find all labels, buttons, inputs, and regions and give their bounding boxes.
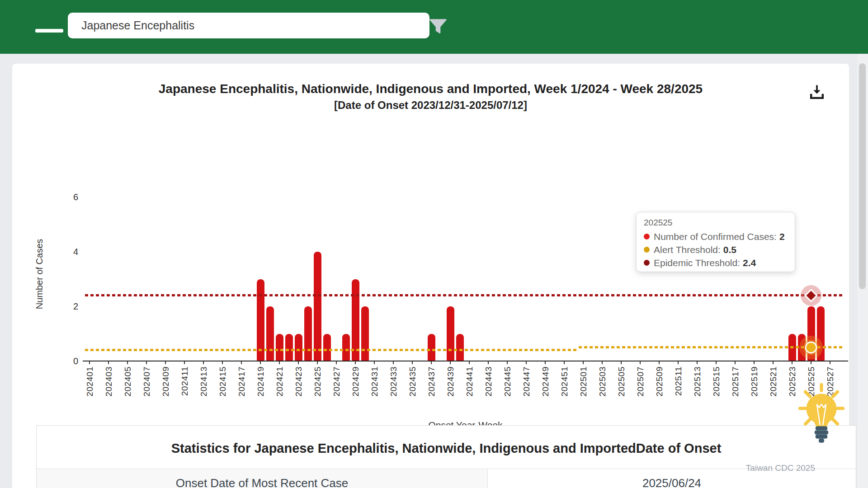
y-tick-label: 6 (60, 192, 78, 202)
x-tick (146, 361, 147, 364)
bar-202421[interactable] (276, 334, 283, 361)
x-tick (450, 361, 451, 364)
x-tick-label: 202447 (520, 366, 533, 396)
epidemic-threshold-line (85, 294, 844, 296)
x-tick (545, 361, 546, 364)
lightbulb-icon[interactable] (795, 383, 848, 447)
x-tick-label: 202421 (274, 366, 286, 396)
tooltip-week: 202525 (644, 218, 788, 228)
x-tick-label: 202507 (634, 366, 646, 396)
x-tick-label: 202423 (292, 366, 305, 396)
alert-threshold-dot-icon (644, 247, 650, 253)
download-icon[interactable] (807, 83, 827, 103)
scrollbar-track[interactable] (857, 54, 868, 488)
table-row: Onset Date of Most Recent Case 2025/06/2… (37, 469, 856, 488)
x-tick (716, 361, 717, 364)
x-tick-label: 202449 (539, 366, 552, 396)
x-tick-label: 202429 (349, 366, 362, 396)
x-tick (792, 361, 793, 364)
x-tick (203, 361, 204, 364)
search-input[interactable] (68, 13, 429, 38)
bar-202425[interactable] (314, 252, 321, 361)
x-tick-label: 202503 (596, 366, 609, 396)
x-tick (317, 361, 318, 364)
stat-label: Onset Date of Most Recent Case (37, 469, 488, 488)
x-tick (640, 361, 641, 364)
y-tick-label: 0 (60, 356, 78, 366)
bar-202430[interactable] (361, 306, 369, 361)
alert-highlight-marker[interactable] (805, 341, 817, 353)
x-tick-label: 202513 (691, 366, 703, 396)
x-tick (108, 361, 109, 364)
bar-202424[interactable] (304, 306, 312, 361)
tooltip-row: Alert Threshold: 0.5 (644, 243, 788, 256)
x-tick-label: 202505 (615, 366, 627, 396)
x-tick-label: 202435 (406, 366, 419, 396)
chart-subtitle: [Date of Onset 2023/12/31-2025/07/12] (12, 99, 849, 112)
epidemic-threshold-dot-icon (644, 260, 650, 266)
alert-threshold-line (85, 349, 578, 351)
x-tick (89, 361, 90, 364)
x-tick (754, 361, 755, 364)
x-tick (165, 361, 166, 364)
x-tick (260, 361, 261, 364)
statistics-section: Statistics for Japanese Encephalitis, Na… (36, 425, 856, 488)
x-tick-label: 202407 (141, 366, 153, 396)
x-tick (412, 361, 413, 364)
bar-202439[interactable] (447, 306, 454, 361)
x-tick-label: 202521 (767, 366, 779, 396)
x-tick-label: 202431 (368, 366, 381, 396)
x-tick (336, 361, 337, 364)
x-tick-label: 202517 (729, 366, 741, 396)
bar-202428[interactable] (342, 334, 350, 361)
bar-202440[interactable] (456, 334, 464, 361)
x-tick (374, 361, 375, 364)
x-tick (621, 361, 622, 364)
bar-202422[interactable] (285, 334, 293, 361)
x-tick-label: 202433 (387, 366, 400, 396)
x-tick (279, 361, 280, 364)
x-tick (431, 361, 432, 364)
y-axis-title: Number of Cases (34, 225, 45, 324)
x-tick (488, 361, 489, 364)
x-tick-label: 202419 (255, 366, 267, 396)
x-tick-label: 202445 (501, 366, 514, 396)
bar-202437[interactable] (428, 334, 435, 361)
app-header (0, 0, 868, 54)
x-tick (830, 361, 830, 364)
watermark: Taiwan CDC 2025 (746, 463, 815, 473)
x-tick (564, 361, 565, 364)
x-tick-label: 202417 (236, 366, 248, 396)
x-tick-label: 202415 (217, 366, 229, 396)
x-tick (678, 361, 679, 364)
x-tick-label: 202441 (463, 366, 476, 396)
x-tick (602, 361, 603, 364)
x-tick-label: 202403 (103, 366, 115, 396)
tooltip-value: 0.5 (723, 243, 736, 256)
x-tick-label: 202511 (672, 366, 684, 396)
x-tick-label: 202451 (558, 366, 571, 396)
x-tick-label: 202411 (179, 366, 191, 396)
tooltip-label: Epidemic Threshold: (654, 256, 740, 269)
filter-icon[interactable] (428, 16, 448, 37)
chart-title: Japanese Encephalitis, Nationwide, Indig… (12, 82, 849, 96)
tooltip-row: Epidemic Threshold: 2.4 (644, 256, 788, 269)
bar-202423[interactable] (295, 334, 302, 361)
x-tick-label: 202439 (444, 366, 457, 396)
bar-202426[interactable] (323, 334, 331, 361)
bar-202420[interactable] (266, 306, 274, 361)
tooltip-row: Number of Confirmed Cases: 2 (644, 230, 788, 243)
x-tick-label: 202409 (160, 366, 172, 396)
x-tick (241, 361, 242, 364)
x-tick-label: 202509 (653, 366, 665, 396)
x-tick (773, 361, 774, 364)
statistics-title: Statistics for Japanese Encephalitis, Na… (37, 426, 856, 469)
y-tick-label: 2 (60, 301, 78, 312)
scrollbar-thumb[interactable] (859, 63, 866, 289)
x-tick-label: 202515 (710, 366, 722, 396)
x-tick-label: 202401 (84, 366, 96, 396)
x-tick-label: 202405 (122, 366, 134, 396)
tooltip-label: Number of Confirmed Cases: (654, 230, 777, 243)
x-tick (469, 361, 470, 364)
menu-icon[interactable] (35, 17, 63, 37)
